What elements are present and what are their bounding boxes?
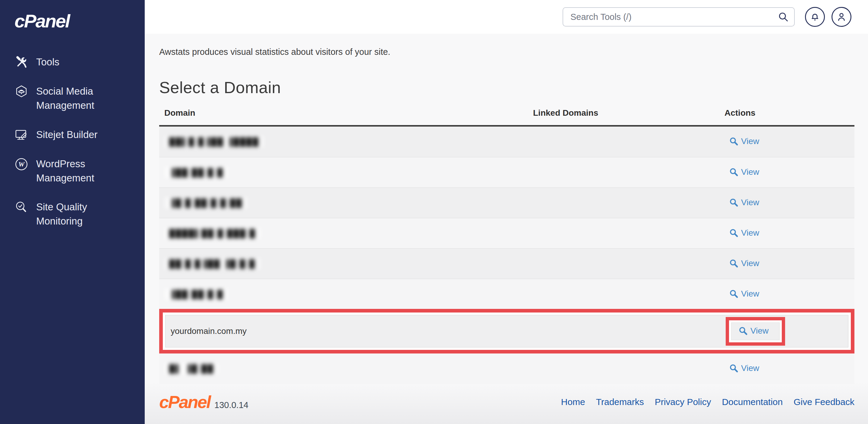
- column-header-linked-domains: Linked Domains: [533, 108, 724, 118]
- magnifier-icon: [729, 364, 738, 373]
- sidebar-item-label: Tools: [36, 55, 59, 69]
- version-label: 130.0.14: [214, 400, 248, 410]
- app-description: Awstats produces visual statistics about…: [159, 47, 855, 57]
- user-icon: [836, 11, 847, 22]
- footer-link-privacy-policy[interactable]: Privacy Policy: [655, 397, 711, 407]
- view-button-label: View: [741, 363, 759, 373]
- view-button-label: View: [750, 326, 769, 336]
- sitejet-builder-icon: [14, 128, 28, 142]
- sidebar-item-label: Site Quality Monitoring: [36, 200, 136, 228]
- wordpress-icon: W: [14, 157, 28, 171]
- actions-cell: View: [719, 167, 849, 178]
- view-button-label: View: [741, 136, 759, 146]
- magnifier-icon: [729, 168, 738, 176]
- footer-links: Home Trademarks Privacy Policy Documenta…: [561, 397, 855, 407]
- sidebar-item-wordpress[interactable]: W WordPress Management: [14, 157, 136, 185]
- table-row: ▐█ █ ██ █ █ ██ View: [159, 188, 855, 218]
- magnifier-icon: [729, 228, 738, 237]
- domain-cell: ████▌██ █ ███ █: [159, 228, 528, 239]
- sidebar: cPanel Tools: [0, 0, 145, 424]
- actions-cell: View: [719, 136, 849, 147]
- table-header: Domain Linked Domains Actions: [159, 108, 855, 127]
- table-row: ████▌██ █ ███ █ View: [159, 218, 855, 248]
- bell-icon: [809, 11, 820, 22]
- magnifier-icon: [729, 198, 738, 207]
- sidebar-item-social-media[interactable]: Social Media Management: [14, 85, 136, 113]
- cpanel-logo: cPanel: [14, 10, 69, 32]
- view-button-label: View: [741, 167, 759, 177]
- domain-table: Domain Linked Domains Actions ██▌█ █▐██ …: [159, 108, 855, 384]
- domain-name: ▐██ ██ █ █: [164, 167, 228, 178]
- view-button[interactable]: View: [729, 259, 759, 268]
- sidebar-item-sitejet[interactable]: Sitejet Builder: [14, 128, 136, 142]
- domain-name: ██ █ █▐██ ▐█ █ █: [164, 258, 260, 270]
- view-button[interactable]: View: [729, 167, 759, 177]
- actions-cell: View: [719, 228, 849, 239]
- view-button-label: View: [741, 259, 759, 268]
- sidebar-item-site-quality[interactable]: Site Quality Monitoring: [14, 200, 136, 228]
- search-input[interactable]: [563, 7, 795, 27]
- domain-name: ▐█ █ ██ █ █ ██: [164, 197, 248, 209]
- table-body: ██▌█ █▐██ ▐████ View: [159, 127, 855, 384]
- social-media-icon: [14, 85, 28, 99]
- footer-link-documentation[interactable]: Documentation: [722, 397, 783, 407]
- domain-name: ██▌█ █▐██ ▐████: [164, 136, 264, 148]
- actions-cell: View: [719, 259, 849, 269]
- main-area: Awstats produces visual statistics about…: [145, 0, 868, 424]
- domain-name: ▐██ ██ █ █: [164, 288, 228, 300]
- magnifier-icon: [729, 259, 738, 268]
- footer-link-give-feedback[interactable]: Give Feedback: [794, 397, 855, 407]
- magnifier-icon: [739, 326, 748, 335]
- view-button-label: View: [741, 198, 759, 207]
- sidebar-item-label: Sitejet Builder: [36, 128, 98, 142]
- domain-name: █▌ ▐█ ██: [164, 363, 219, 374]
- sidebar-item-label: WordPress Management: [36, 157, 136, 185]
- table-row: ▐██ ██ █ █ View: [159, 157, 855, 188]
- table-row: ██ █ █▐██ ▐█ █ █ View: [159, 248, 855, 279]
- domain-name: ████▌██ █ ███ █: [164, 228, 261, 239]
- domain-cell: ▐██ ██ █ █: [159, 288, 528, 300]
- table-row: ██▌█ █▐██ ▐████ View: [159, 127, 855, 157]
- account-button[interactable]: [832, 7, 851, 27]
- domain-cell: yourdomain.com.my: [165, 326, 534, 336]
- footer-link-trademarks[interactable]: Trademarks: [596, 397, 644, 407]
- sidebar-nav: Tools Social Media Management: [14, 55, 136, 228]
- cpanel-footer-logo: cPanel: [159, 392, 210, 412]
- svg-text:W: W: [19, 160, 25, 168]
- view-button-label: View: [741, 228, 759, 238]
- view-button[interactable]: View: [739, 326, 769, 336]
- topbar: [145, 0, 868, 34]
- view-button[interactable]: View: [729, 289, 759, 299]
- domain-cell: █▌ ▐█ ██: [159, 363, 528, 374]
- content: Awstats produces visual statistics about…: [145, 34, 868, 424]
- footer: cPanel 130.0.14 Home Trademarks Privacy …: [159, 392, 855, 421]
- notifications-button[interactable]: [805, 7, 825, 27]
- sidebar-item-label: Social Media Management: [36, 85, 136, 113]
- search-icon: [778, 11, 789, 22]
- search-wrap: [563, 7, 795, 27]
- domain-name: yourdomain.com.my: [170, 326, 247, 336]
- magnifier-icon: [729, 289, 738, 298]
- footer-link-home[interactable]: Home: [561, 397, 585, 407]
- view-button[interactable]: View: [729, 198, 759, 207]
- domain-cell: ██▌█ █▐██ ▐████: [159, 136, 528, 148]
- view-button[interactable]: View: [729, 136, 759, 146]
- magnifier-icon: [729, 137, 738, 146]
- view-button-label: View: [741, 289, 759, 299]
- site-quality-icon: [14, 200, 28, 214]
- view-button[interactable]: View: [729, 363, 759, 373]
- tools-icon: [14, 56, 28, 69]
- actions-cell: View: [719, 289, 849, 299]
- domain-cell: ██ █ █▐██ ▐█ █ █: [159, 258, 528, 270]
- domain-cell: ▐█ █ ██ █ █ ██: [159, 197, 528, 209]
- actions-cell: View: [719, 198, 849, 208]
- page-title: Select a Domain: [159, 78, 855, 97]
- view-button[interactable]: View: [729, 228, 759, 238]
- table-row: ▐██ ██ █ █ View: [159, 279, 855, 309]
- column-header-domain: Domain: [159, 108, 533, 118]
- sidebar-item-tools[interactable]: Tools: [14, 55, 136, 69]
- actions-cell: View: [719, 363, 849, 374]
- footer-brand: cPanel 130.0.14: [159, 392, 248, 412]
- table-row: yourdomain.com.my View: [159, 309, 855, 354]
- table-row: █▌ ▐█ ██ View: [159, 354, 855, 384]
